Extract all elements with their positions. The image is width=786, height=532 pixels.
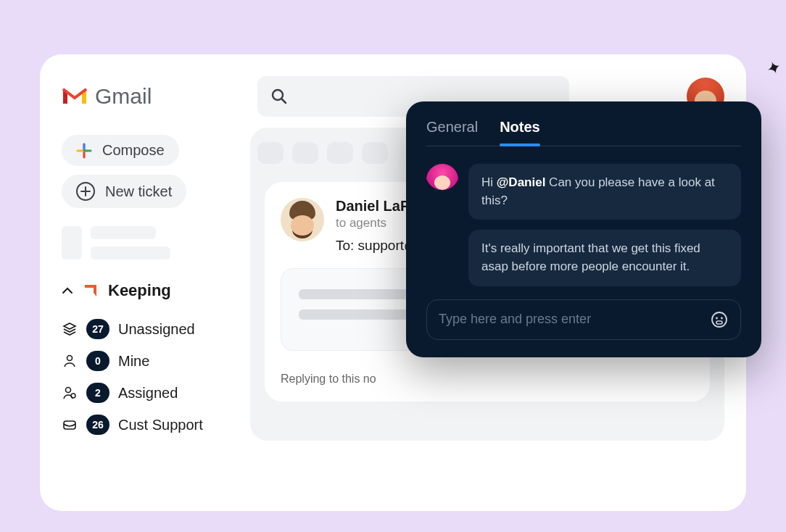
chevron-up-icon	[62, 285, 73, 296]
sidebar-item-label: Assigned	[118, 385, 178, 402]
sender-avatar[interactable]	[281, 198, 324, 241]
svg-point-9	[67, 356, 73, 361]
count-badge: 2	[86, 383, 109, 403]
svg-point-15	[721, 317, 723, 319]
mention[interactable]: @Daniel	[497, 175, 546, 189]
sidebar-item-label: Unassigned	[118, 321, 195, 338]
svg-line-1	[282, 99, 286, 103]
tab-notes[interactable]: Notes	[500, 119, 540, 146]
decorative-mark: ✦	[764, 56, 785, 80]
note-message: It's really important that we get this f…	[426, 230, 741, 286]
svg-point-13	[712, 312, 727, 327]
plus-colored-icon	[76, 143, 92, 159]
person-icon	[62, 354, 77, 368]
svg-point-0	[273, 90, 283, 100]
note-author-avatar[interactable]	[426, 164, 458, 196]
gmail-logo: Gmail	[62, 84, 236, 109]
search-icon	[270, 88, 288, 105]
reply-hint: Replying to this no	[281, 373, 694, 386]
note-input[interactable]: Type here and press enter	[426, 299, 741, 340]
svg-point-10	[66, 388, 71, 393]
sidebar-skeleton	[62, 226, 236, 259]
sidebar-item-label: Cust Support	[118, 417, 203, 433]
compose-button[interactable]: Compose	[62, 135, 179, 166]
person-assign-icon	[62, 386, 77, 400]
emoji-icon[interactable]	[710, 310, 729, 329]
tab-general[interactable]: General	[426, 119, 478, 146]
keeping-section-header[interactable]: Keeping	[62, 281, 236, 300]
inbox-icon	[62, 417, 77, 432]
plus-circle-icon	[76, 182, 95, 201]
note-message: Hi @Daniel Can you please have a look at…	[426, 164, 741, 220]
svg-point-14	[716, 317, 718, 319]
new-ticket-label: New ticket	[105, 183, 172, 200]
svg-marker-8	[64, 323, 75, 329]
sidebar-item-cust-support[interactable]: 26 Cust Support	[62, 409, 236, 441]
keeping-icon	[82, 282, 99, 299]
svg-rect-16	[716, 321, 722, 324]
app-name: Gmail	[95, 84, 152, 109]
new-ticket-button[interactable]: New ticket	[62, 175, 186, 208]
count-badge: 26	[86, 415, 109, 435]
gmail-icon	[62, 86, 88, 107]
note-input-placeholder: Type here and press enter	[439, 312, 701, 327]
keeping-title: Keeping	[108, 281, 171, 300]
compose-label: Compose	[102, 142, 165, 159]
count-badge: 0	[86, 351, 109, 371]
sidebar-item-label: Mine	[118, 353, 149, 370]
count-badge: 27	[86, 319, 109, 339]
sidebar-item-assigned[interactable]: 2 Assigned	[62, 377, 236, 409]
svg-point-11	[71, 394, 75, 398]
notes-panel: General Notes Hi @Daniel Can you please …	[406, 101, 761, 357]
layers-icon	[62, 322, 77, 336]
sidebar-item-mine[interactable]: 0 Mine	[62, 345, 236, 377]
sidebar-item-unassigned[interactable]: 27 Unassigned	[62, 313, 236, 345]
